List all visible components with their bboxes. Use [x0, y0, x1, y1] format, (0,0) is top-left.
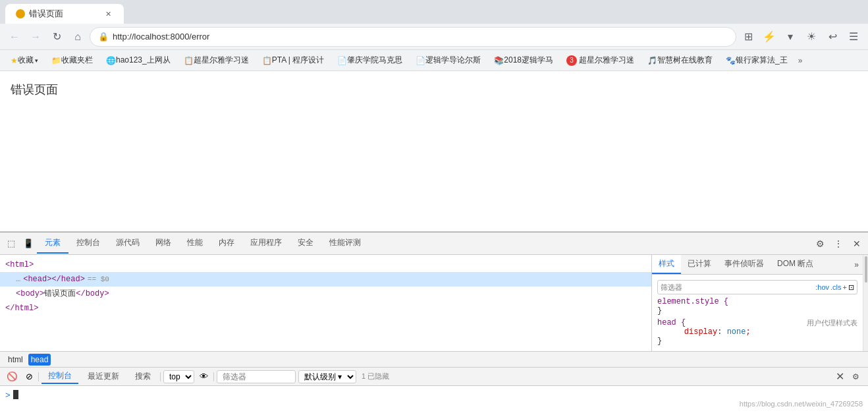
bookmark-label: hao123_上网从	[116, 55, 171, 66]
bookmark-pta[interactable]: 📋 PTA | 程序设计	[257, 53, 330, 68]
styles-more-button[interactable]: »	[850, 257, 863, 273]
bookmark-zhihuishu[interactable]: 🎵 智慧树在线教育	[642, 53, 718, 68]
refresh-button[interactable]: ↻	[47, 28, 66, 46]
devtools-panel: ⬚ 📱 元素 控制台 源代码 网络 性能 内存 应用程序 安全 性能评测 ⚙ ⋮…	[0, 232, 868, 413]
bookmark-label: 收藏	[18, 55, 34, 66]
bookmark-logic[interactable]: 📄 逻辑学导论尔斯	[410, 53, 486, 68]
page-content-area: 错误页面	[0, 71, 868, 232]
tree-line-html-close[interactable]: </html>	[0, 301, 651, 316]
level-select[interactable]: 默认级别 ▾	[298, 370, 356, 383]
bookmark-zhaoqing[interactable]: 📄 肇庆学院马克思	[332, 53, 408, 68]
bracket: </	[76, 287, 85, 300]
bookmark-hao123[interactable]: 🌐 hao123_上网从	[101, 53, 176, 68]
devtools-body: <html> … <head></head> == $0 <body>错误页面<…	[0, 255, 868, 351]
filter-input[interactable]	[661, 283, 813, 291]
console-tab-main[interactable]: 控制台	[41, 369, 78, 384]
extensions-button[interactable]: ⚡	[760, 28, 778, 46]
bracket: <	[16, 287, 20, 300]
rule-close-brace2: }	[657, 337, 662, 346]
tab-performance[interactable]: 性能	[179, 233, 211, 254]
styles-scrollbar[interactable]	[863, 255, 868, 351]
context-select[interactable]: top	[163, 370, 194, 383]
tab-sources[interactable]: 源代码	[108, 233, 148, 254]
bookmark-label: 智慧树在线教育	[657, 55, 713, 66]
bookmark-label: 收藏夹栏	[61, 55, 93, 66]
dropdown-icon: ▾	[35, 57, 38, 64]
bookmark-favorites[interactable]: ★ 收藏 ▾	[5, 53, 43, 68]
tree-line-html-open[interactable]: <html>	[0, 258, 651, 272]
bookmark-label: 2018逻辑学马	[504, 55, 553, 66]
console-prompt: >	[5, 390, 11, 400]
block-button[interactable]: ⊘	[23, 370, 36, 383]
tab-console[interactable]: 控制台	[68, 233, 108, 254]
tab-close-button[interactable]: ✕	[103, 9, 113, 19]
tab-network[interactable]: 网络	[148, 233, 179, 254]
tab-performance-eval[interactable]: 性能评测	[321, 233, 369, 254]
tab-security[interactable]: 安全	[290, 233, 321, 254]
tree-line-head[interactable]: … <head></head> == $0	[0, 272, 651, 287]
close-console-button[interactable]: ✕	[836, 370, 844, 383]
styles-tab-dom-breakpoints[interactable]: DOM 断点	[771, 255, 820, 274]
styles-tab-listeners[interactable]: 事件侦听器	[718, 255, 771, 274]
forward-button[interactable]: →	[26, 28, 45, 46]
url-text: http://localhost:8000/error	[113, 32, 209, 41]
bookmark-bank[interactable]: 🐾 银行家算法_王	[720, 53, 793, 68]
browser-window: 错误页面 ✕ ← → ↻ ⌂ 🔒 http://localhost:8000/e…	[0, 0, 868, 413]
bookmark-chaoxing1[interactable]: 📋 超星尔雅学习迷	[178, 53, 254, 68]
history-button[interactable]: ↩	[823, 28, 842, 46]
bracket: ></	[47, 273, 61, 286]
inspect-element-button[interactable]: ⬚	[3, 235, 20, 252]
styles-tab-bar: 样式 已计算 事件侦听器 DOM 断点 »	[652, 255, 863, 275]
bracket: <	[5, 258, 10, 271]
apps-button[interactable]: ⊞	[739, 28, 757, 46]
theme-button[interactable]: ☀	[802, 28, 821, 46]
add-style-button[interactable]: +	[843, 283, 847, 291]
nav-bar: ← → ↻ ⌂ 🔒 http://localhost:8000/error ⊞ …	[0, 24, 868, 50]
console-tab-search[interactable]: 搜索	[128, 370, 157, 383]
bookmarks-more-button[interactable]: »	[796, 54, 805, 67]
browser-tab[interactable]: 错误页面 ✕	[5, 4, 124, 24]
breadcrumb-head[interactable]: head	[28, 354, 51, 366]
console-tab-recent[interactable]: 最近更新	[81, 370, 126, 383]
styles-panel: 样式 已计算 事件侦听器 DOM 断点 » :hov .cls + ⊡	[652, 255, 863, 351]
watermark: https://blog.csdn.net/weixin_47269258	[740, 400, 863, 408]
style-layout-icon[interactable]: ⊡	[848, 283, 854, 292]
settings-button[interactable]: ⚙	[811, 235, 828, 252]
more-options-button[interactable]: ⋮	[830, 235, 847, 252]
clear-console-button[interactable]: 🚫	[4, 370, 20, 383]
console-area: 🚫 ⊘ 控制台 最近更新 搜索 top 👁 默认级别 ▾	[0, 367, 868, 413]
tag-html: html	[10, 258, 29, 271]
bookmark-label: PTA | 程序设计	[272, 55, 325, 66]
device-mode-button[interactable]: 📱	[20, 235, 37, 252]
bookmark-logic2018[interactable]: 📚 2018逻辑学马	[489, 53, 558, 68]
address-bar[interactable]: 🔒 http://localhost:8000/error	[90, 27, 736, 47]
tab-favicon	[16, 9, 25, 18]
close-devtools-button[interactable]: ✕	[848, 235, 865, 252]
home-button[interactable]: ⌂	[68, 28, 87, 46]
tree-line-body[interactable]: <body>错误页面</body>	[0, 287, 651, 301]
breadcrumb-html[interactable]: html	[5, 354, 26, 366]
devtools-breadcrumb: html head	[0, 351, 868, 367]
dropdown-button[interactable]: ▾	[781, 28, 800, 46]
bracket: >	[34, 302, 38, 315]
bookmark-label: 超星尔雅学习迷	[579, 55, 634, 66]
tab-elements[interactable]: 元素	[37, 233, 68, 254]
tag-body-close: body	[86, 287, 105, 300]
console-filter-input[interactable]	[217, 370, 296, 383]
site-icon: 📄	[337, 56, 347, 65]
eye-button[interactable]: 👁	[197, 370, 211, 383]
hov-button[interactable]: :hov	[815, 283, 829, 291]
styles-tab-style[interactable]: 样式	[652, 255, 681, 274]
tab-memory[interactable]: 内存	[211, 233, 242, 254]
bookmark-chaoxing2[interactable]: 3 超星尔雅学习迷	[561, 53, 639, 68]
body-text: 错误页面	[44, 287, 76, 300]
tab-application[interactable]: 应用程序	[242, 233, 290, 254]
site-icon: 📚	[494, 56, 504, 65]
console-settings-button[interactable]: ⚙	[847, 368, 864, 385]
back-button[interactable]: ←	[5, 28, 24, 46]
styles-tab-computed[interactable]: 已计算	[681, 255, 718, 274]
cls-button[interactable]: .cls	[830, 283, 842, 291]
bookmark-folder[interactable]: 📁 收藏夹栏	[46, 53, 98, 68]
bracket: >	[104, 287, 109, 300]
menu-button[interactable]: ☰	[844, 28, 863, 46]
